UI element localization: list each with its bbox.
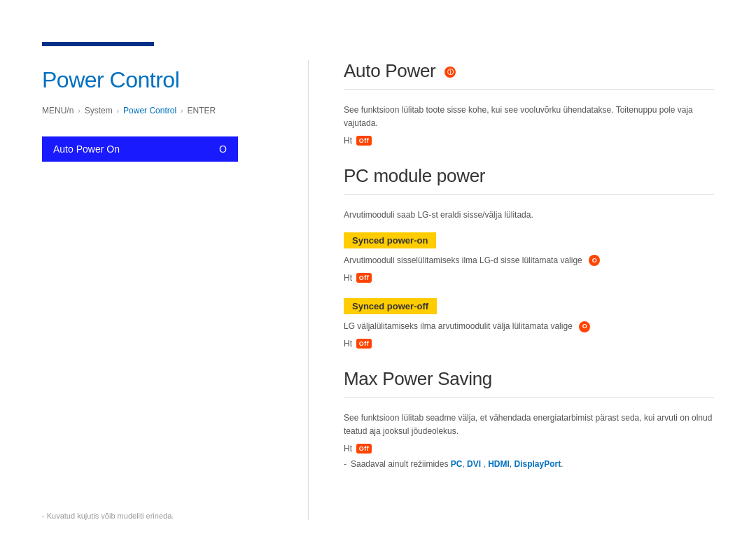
- auto-power-title: Auto Power ⓘ: [344, 60, 714, 82]
- synced-on-status-label: Ht: [344, 273, 352, 283]
- auto-power-rule: [344, 89, 714, 90]
- max-power-desc: See funktsioon lülitab seadme välja, et …: [344, 412, 714, 438]
- page-container: Power Control MENU/n › System › Power Co…: [0, 0, 756, 534]
- max-power-note-list: Saadaval ainult režiimides PC, DVI , HDM…: [344, 459, 714, 469]
- menu-item-auto-power-on[interactable]: Auto Power On O: [42, 136, 238, 162]
- max-power-title: Max Power Saving: [344, 368, 714, 390]
- synced-off-status-label: Ht: [344, 339, 352, 349]
- synced-off-label: Synced power-off: [344, 298, 437, 314]
- subsection-synced-on: Synced power-on Arvutimooduli sisselülit…: [344, 228, 714, 283]
- section-max-power: Max Power Saving See funktsioon lülitab …: [344, 368, 714, 469]
- auto-power-info-icon: ⓘ: [444, 66, 456, 78]
- auto-power-desc: See funktsioon lülitab toote sisse kohe,…: [344, 104, 714, 130]
- max-power-status-row: Ht Off: [344, 444, 714, 454]
- vertical-divider: [308, 60, 309, 520]
- synced-on-desc: Arvutimooduli sisselülitamiseks ilma LG-…: [344, 254, 714, 267]
- max-power-status-icon: Off: [356, 444, 372, 454]
- menu-item-label: Auto Power On: [53, 143, 120, 155]
- breadcrumb-sep-2: ›: [117, 107, 119, 115]
- page-title: Power Control: [42, 67, 252, 93]
- synced-off-status-icon: Off: [356, 339, 372, 349]
- pc-module-desc: Arvutimooduli saab LG-st eraldi sisse/vä…: [344, 209, 714, 222]
- section-auto-power: Auto Power ⓘ See funktsioon lülitab toot…: [344, 60, 714, 146]
- left-note: - Kuvatud kujutis võib mudeliti erineda.: [42, 498, 252, 520]
- left-panel: Power Control MENU/n › System › Power Co…: [42, 60, 280, 520]
- breadcrumb-sep-1: ›: [78, 107, 80, 115]
- breadcrumb-menu: MENU/n: [42, 106, 74, 115]
- max-power-note-text: Saadaval ainult režiimides PC, DVI , HDM…: [351, 459, 564, 469]
- breadcrumb-system: System: [85, 106, 113, 115]
- max-power-note: Saadaval ainult režiimides PC, DVI , HDM…: [344, 459, 714, 469]
- pc-module-rule: [344, 194, 714, 195]
- synced-off-desc: LG väljalülitamiseks ilma arvutimoodulit…: [344, 320, 714, 333]
- breadcrumb-power-control: Power Control: [123, 106, 176, 115]
- pc-module-title: PC module power: [344, 165, 714, 187]
- breadcrumb-sep-3: ›: [181, 107, 183, 115]
- subsection-synced-off: Synced power-off LG väljalülitamiseks il…: [344, 294, 714, 349]
- auto-power-status-row: Ht Off: [344, 136, 714, 146]
- main-content: Power Control MENU/n › System › Power Co…: [0, 46, 756, 534]
- max-power-status-label: Ht: [344, 444, 352, 454]
- synced-on-status-row: Ht Off: [344, 273, 714, 283]
- synced-off-status-row: Ht Off: [344, 339, 714, 349]
- synced-on-status-icon: Off: [356, 273, 372, 283]
- breadcrumb-enter: ENTER: [187, 106, 216, 115]
- auto-power-status-label: Ht: [344, 136, 352, 146]
- menu-item-value: O: [219, 143, 227, 155]
- breadcrumb: MENU/n › System › Power Control › ENTER: [42, 106, 252, 115]
- section-pc-module: PC module power Arvutimooduli saab LG-st…: [344, 165, 714, 349]
- auto-power-status-icon: Off: [356, 136, 372, 146]
- synced-off-icon: O: [579, 321, 590, 332]
- max-power-rule: [344, 397, 714, 398]
- synced-on-icon: O: [589, 255, 600, 266]
- right-panel: Auto Power ⓘ See funktsioon lülitab toot…: [337, 60, 714, 520]
- synced-on-label: Synced power-on: [344, 232, 436, 248]
